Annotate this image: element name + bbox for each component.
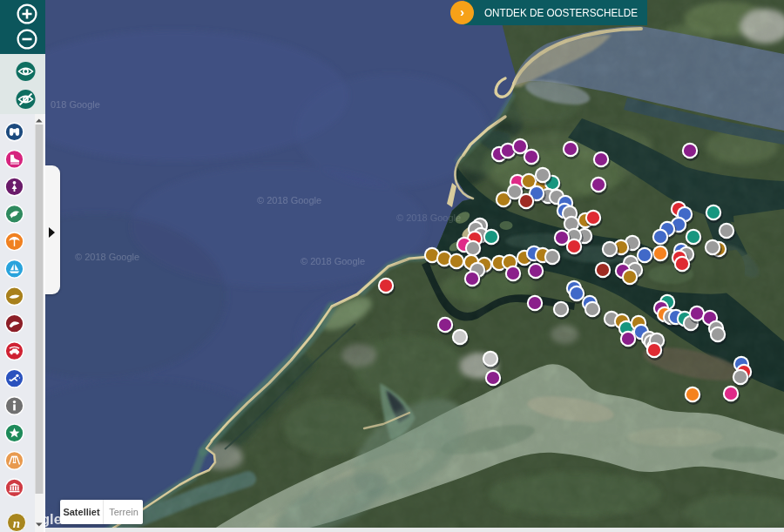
svg-text:© 2018 Google: © 2018 Google <box>396 212 461 223</box>
svg-text:018 Google: 018 Google <box>51 99 100 110</box>
svg-text:n: n <box>13 516 20 530</box>
svg-text:© 2018 Google: © 2018 Google <box>75 252 139 262</box>
svg-text:© 2018 Google: © 2018 Google <box>257 195 321 205</box>
svg-text:© 2018 Google: © 2018 Google <box>301 256 365 266</box>
svg-text:ONTDEK DE OOSTERSCHELDE: ONTDEK DE OOSTERSCHELDE <box>484 6 638 19</box>
